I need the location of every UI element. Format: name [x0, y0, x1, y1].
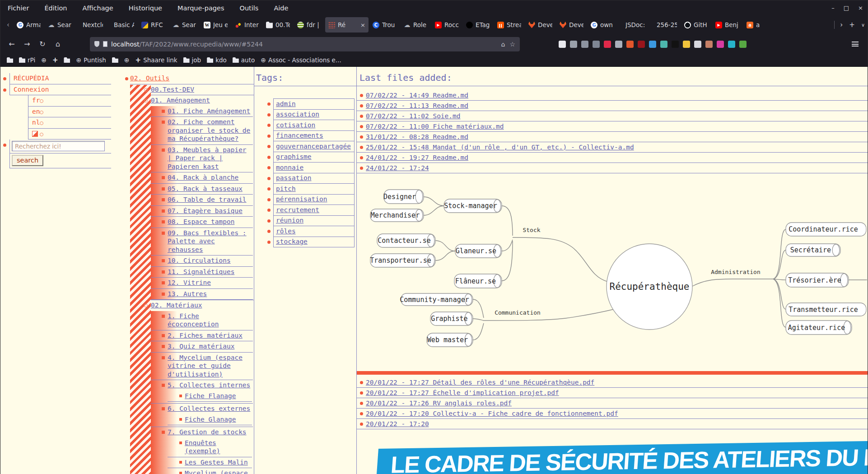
file-link[interactable]: 31/01/22 - 08:28 Readme.md	[366, 133, 468, 140]
nav-item[interactable]: 6. Collectes externesFiche Glanage	[151, 404, 253, 427]
home-icon[interactable]: ⌂	[51, 40, 65, 48]
file-link[interactable]: 24/01/22 - 19:27 Readme.md	[366, 154, 468, 161]
nav-item-link[interactable]: 3. Quiz matériaux	[168, 343, 234, 350]
back-icon[interactable]: ←	[5, 40, 19, 48]
tag-link-réunion[interactable]: réunion	[276, 217, 303, 224]
bookmark-item[interactable]: ⊕	[124, 57, 130, 63]
nav-section[interactable]: 01. Aménagement01. Fiche Aménagement02. …	[151, 95, 254, 300]
tab-Deve[interactable]: Deve	[556, 17, 587, 33]
extension-icon[interactable]	[728, 41, 735, 48]
menu-item-affichage[interactable]: Affichage	[83, 5, 113, 12]
file-link[interactable]: 20/01/22 - 17:27 Échelle d'implication p…	[366, 389, 559, 396]
extension-icon[interactable]	[739, 41, 747, 48]
nav-item-link[interactable]: 1. Fiche écoconception	[168, 312, 219, 328]
tab-Ré[interactable]: Ré×	[325, 17, 369, 33]
sidebar-lang-fr[interactable]: fr	[28, 95, 119, 107]
tracking-shield-icon[interactable]	[94, 41, 99, 47]
nav-section-link[interactable]: 00.Test-DEV	[151, 86, 194, 93]
file-list-item[interactable]: 24/01/22 - 17:24	[357, 163, 868, 173]
nav-item[interactable]: 03. Meubles à papier | Paper rack | Papi…	[151, 145, 253, 173]
file-list-item[interactable]: 07/02/22 - 11:02 Soie.md	[357, 111, 868, 121]
nav-item[interactable]: 07. Étagère basique	[151, 206, 253, 217]
nav-subitem[interactable]: Les Gestes Malin	[168, 457, 252, 469]
url-bar[interactable]: localhost/TAF/2022/www.recupedia/www/#52…	[90, 37, 520, 51]
extension-icon[interactable]	[626, 41, 634, 48]
nav-item[interactable]: 11. Signalétiques	[151, 267, 253, 278]
tab-own[interactable]: Gown	[588, 17, 618, 33]
tag-item[interactable]: pérennisation	[273, 194, 355, 205]
close-tab-icon[interactable]: ×	[360, 22, 365, 28]
security-banner[interactable]: LE CADRE DE SÉCURITÉ DES ATELIERS DU NOU	[376, 441, 868, 474]
nav-item[interactable]: 02. Fiche comment organiser le stock de …	[151, 117, 253, 145]
nav-subitem[interactable]: Fiche Flanage	[168, 391, 252, 402]
tab-Arma[interactable]: GArma	[14, 17, 44, 33]
extension-icon[interactable]	[660, 41, 667, 48]
file-link[interactable]: 07/02/22 - 11:13 Readme.md	[366, 102, 468, 109]
file-list-item[interactable]: 07/02/22 - 14:49 Readme.md	[357, 90, 868, 101]
tab-JSDoc: C[interactable]: JSDoc: C	[619, 17, 649, 33]
tab-Role[interactable]: ☁Role	[401, 17, 431, 33]
file-list-item[interactable]: 20/01/22 - 17:26 RV anglais roles.pdf	[357, 398, 868, 409]
search-input[interactable]	[12, 141, 105, 151]
nav-item[interactable]: 04. Rack à planche	[151, 172, 253, 184]
bookmark-item[interactable]: ⊕Assoc - Associations e...	[261, 56, 341, 64]
nav-item[interactable]: 12. Vitrine	[151, 278, 253, 289]
extension-icon[interactable]	[559, 41, 566, 48]
bookmark-item[interactable]: kdo	[207, 56, 227, 64]
nav-item-link[interactable]: 08. Espace tampon	[168, 218, 234, 225]
page-info-icon[interactable]	[103, 41, 107, 47]
tab-Sear[interactable]: ☁Sear	[169, 17, 200, 33]
tab-Sear[interactable]: ☁Sear	[45, 17, 75, 33]
list-tabs-icon[interactable]: ∨	[861, 22, 865, 28]
tab-Basic A[interactable]: Basic A	[107, 17, 137, 33]
file-link[interactable]: 20/01/22 - 17:20 Collectiv-a - Fiche cad…	[366, 410, 618, 417]
nav-item-link[interactable]: 5. Collectes internes	[168, 381, 250, 389]
scroll-tabs-right-icon[interactable]: ›	[840, 21, 843, 29]
nav-item-link[interactable]: 10. Circulations	[168, 257, 231, 264]
nav-item-link[interactable]: 12. Vitrine	[168, 279, 211, 286]
tag-item[interactable]: rôles	[273, 226, 355, 237]
bookmark-item[interactable]: +Shaare link	[135, 56, 177, 64]
nav-section[interactable]: 00.Test-DEV	[151, 84, 254, 96]
tab-256-256[interactable]: 256-256	[650, 17, 680, 33]
file-list-item[interactable]: 20/01/22 - 17:27 Détail des rôles d'une …	[357, 377, 868, 388]
tag-item[interactable]: cotisation	[273, 120, 355, 131]
file-list-item[interactable]: 07/02/22 - 11:00 Fiche matériaux.md	[357, 121, 868, 132]
tab-RFC[interactable]: RFC	[138, 17, 168, 33]
nav-item[interactable]: 1. Fiche écoconception	[151, 311, 253, 330]
menu-item-historique[interactable]: Historique	[129, 5, 162, 12]
bookmark-item[interactable]	[112, 57, 118, 63]
tag-item[interactable]: monnaie	[273, 162, 355, 173]
file-link[interactable]: 20/01/22 - 17:20	[366, 420, 429, 428]
extension-icon[interactable]	[717, 41, 724, 48]
file-link[interactable]: 20/01/22 - 17:26 RV anglais roles.pdf	[366, 400, 512, 407]
nav-item-link[interactable]: 01. Fiche Aménagement	[168, 107, 250, 115]
nav-subitem-link[interactable]: Les Gestes Malin	[185, 459, 248, 466]
file-list-item[interactable]: 20/01/22 - 17:20	[357, 419, 868, 429]
reload-icon[interactable]: ↻	[36, 40, 49, 48]
tag-link-gouvernancepartagée[interactable]: gouvernancepartagée	[276, 143, 351, 150]
nav-item[interactable]: 01. Fiche Aménagement	[151, 106, 253, 117]
file-list-item[interactable]: 07/02/22 - 11:13 Readme.md	[357, 101, 868, 111]
search-button[interactable]: search	[12, 155, 43, 166]
nav-item-link[interactable]: 4. Mycelium (espace vitrine et guide d'u…	[168, 354, 243, 378]
nav-item[interactable]: 09. Bacs flexibles : Palette avec rehaus…	[151, 228, 253, 256]
nav-item-link[interactable]: 05. Rack à tasseaux	[168, 185, 243, 192]
tag-link-association[interactable]: association	[276, 111, 319, 118]
extension-icon[interactable]	[615, 41, 622, 48]
flag-icon[interactable]	[32, 131, 38, 137]
nav-item[interactable]: 10. Circulations	[151, 256, 253, 267]
file-link[interactable]: 20/01/22 - 17:27 Détail des rôles d'une …	[366, 379, 594, 386]
file-list-item[interactable]: 31/01/22 - 08:28 Readme.md	[357, 132, 868, 142]
bookmark-item[interactable]: auto	[233, 56, 255, 64]
extension-icon[interactable]	[604, 41, 611, 48]
tag-item[interactable]: passation	[273, 173, 355, 184]
nav-item-link[interactable]: 6. Collectes externes	[168, 405, 250, 412]
menu-item-édition[interactable]: Édition	[44, 5, 67, 12]
nav-item[interactable]: 13. Autres	[151, 289, 253, 300]
file-link[interactable]: 07/02/22 - 11:00 Fiche matériaux.md	[366, 123, 504, 130]
extension-icon[interactable]	[570, 41, 577, 48]
tag-link-monnaie[interactable]: monnaie	[276, 164, 303, 171]
nav-item-link[interactable]: 13. Autres	[168, 290, 207, 297]
nav-item[interactable]: 2. Fiches matériaux	[151, 330, 253, 342]
